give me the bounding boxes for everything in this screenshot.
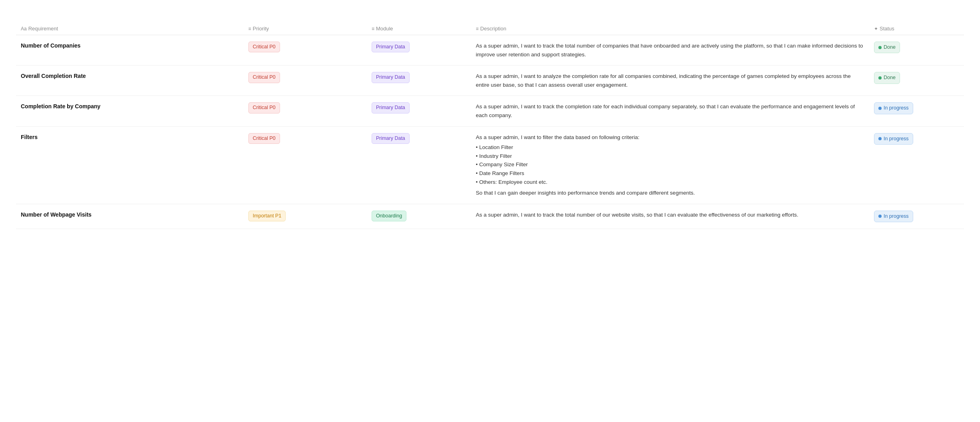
status-label: In progress bbox=[884, 213, 909, 220]
priority-cell: Critical P0 bbox=[244, 66, 367, 96]
module-cell: Primary Data bbox=[367, 35, 471, 66]
module-badge: Primary Data bbox=[372, 102, 410, 113]
status-badge: Done bbox=[874, 72, 900, 84]
status-label: In progress bbox=[884, 135, 909, 143]
table-row: Overall Completion RateCritical P0Primar… bbox=[16, 66, 964, 96]
status-dot-icon bbox=[878, 137, 882, 140]
status-label: In progress bbox=[884, 104, 909, 112]
description-prefix: As a super admin, I want to filter the d… bbox=[476, 133, 864, 142]
requirements-table: AaRequirement≡Priority≡Module≡Descriptio… bbox=[16, 22, 964, 229]
status-cell: Done bbox=[869, 66, 964, 96]
requirement-cell: Completion Rate by Company bbox=[16, 96, 244, 126]
status-badge: In progress bbox=[874, 133, 913, 145]
status-badge: In progress bbox=[874, 211, 913, 222]
status-dot-icon bbox=[878, 46, 882, 49]
status-cell: In progress bbox=[869, 126, 964, 204]
table-row: Number of Webpage VisitsImportant P1Onbo… bbox=[16, 204, 964, 229]
col-header-module: ≡Module bbox=[367, 22, 471, 35]
priority-cell: Critical P0 bbox=[244, 35, 367, 66]
priority-col-icon: ≡ bbox=[248, 26, 251, 32]
status-dot-icon bbox=[878, 76, 882, 80]
status-badge: In progress bbox=[874, 102, 913, 114]
table-row: FiltersCritical P0Primary DataAs a super… bbox=[16, 126, 964, 204]
status-dot-icon bbox=[878, 107, 882, 110]
description-suffix: So that I can gain deeper insights into … bbox=[476, 189, 864, 197]
status-label: Done bbox=[884, 44, 896, 51]
description-cell: As a super admin, I want to track the to… bbox=[471, 204, 869, 229]
status-badge: Done bbox=[874, 42, 900, 53]
requirement-cell: Number of Webpage Visits bbox=[16, 204, 244, 229]
priority-badge: Critical P0 bbox=[248, 72, 280, 83]
col-header-priority: ≡Priority bbox=[244, 22, 367, 35]
status-dot-icon bbox=[878, 215, 882, 218]
module-cell: Primary Data bbox=[367, 66, 471, 96]
description-list-item: Date Range Filters bbox=[476, 169, 864, 178]
priority-badge: Critical P0 bbox=[248, 102, 280, 113]
priority-badge: Critical P0 bbox=[248, 133, 280, 144]
table-row: Completion Rate by CompanyCritical P0Pri… bbox=[16, 96, 964, 126]
status-cell: Done bbox=[869, 35, 964, 66]
description-cell: As a super admin, I want to filter the d… bbox=[471, 126, 869, 204]
priority-cell: Critical P0 bbox=[244, 96, 367, 126]
requirement-cell: Overall Completion Rate bbox=[16, 66, 244, 96]
description-cell: As a super admin, I want to analyze the … bbox=[471, 66, 869, 96]
col-header-requirement: AaRequirement bbox=[16, 22, 244, 35]
description-list: Location FilterIndustry FilterCompany Si… bbox=[476, 143, 864, 186]
status-col-icon: ✦ bbox=[874, 26, 878, 32]
module-cell: Onboarding bbox=[367, 204, 471, 229]
col-header-status: ✦Status bbox=[869, 22, 964, 35]
module-badge: Primary Data bbox=[372, 133, 410, 144]
requirement-cell: Filters bbox=[16, 126, 244, 204]
description-list-item: Industry Filter bbox=[476, 152, 864, 161]
description-cell: As a super admin, I want to track the to… bbox=[471, 35, 869, 66]
description-list-item: Location Filter bbox=[476, 143, 864, 152]
description-text: As a super admin, I want to analyze the … bbox=[476, 72, 864, 89]
description-text: As a super admin, I want to track the to… bbox=[476, 211, 864, 219]
requirement-cell: Number of Companies bbox=[16, 35, 244, 66]
priority-cell: Critical P0 bbox=[244, 126, 367, 204]
description-col-icon: ≡ bbox=[476, 26, 479, 32]
module-cell: Primary Data bbox=[367, 126, 471, 204]
status-cell: In progress bbox=[869, 204, 964, 229]
priority-badge: Important P1 bbox=[248, 211, 286, 221]
description-text: As a super admin, I want to track the to… bbox=[476, 42, 864, 59]
status-cell: In progress bbox=[869, 96, 964, 126]
description-text: As a super admin, I want to track the co… bbox=[476, 102, 864, 119]
status-label: Done bbox=[884, 74, 896, 82]
priority-badge: Critical P0 bbox=[248, 42, 280, 52]
col-header-description: ≡Description bbox=[471, 22, 869, 35]
module-cell: Primary Data bbox=[367, 96, 471, 126]
priority-cell: Important P1 bbox=[244, 204, 367, 229]
module-badge: Primary Data bbox=[372, 42, 410, 52]
description-cell: As a super admin, I want to track the co… bbox=[471, 96, 869, 126]
requirement-col-icon: Aa bbox=[21, 26, 27, 32]
module-badge: Onboarding bbox=[372, 211, 406, 221]
table-row: Number of CompaniesCritical P0Primary Da… bbox=[16, 35, 964, 66]
description-list-item: Company Size Filter bbox=[476, 160, 864, 169]
module-badge: Primary Data bbox=[372, 72, 410, 83]
description-list-item: Others: Employee count etc. bbox=[476, 178, 864, 187]
module-col-icon: ≡ bbox=[372, 26, 374, 32]
